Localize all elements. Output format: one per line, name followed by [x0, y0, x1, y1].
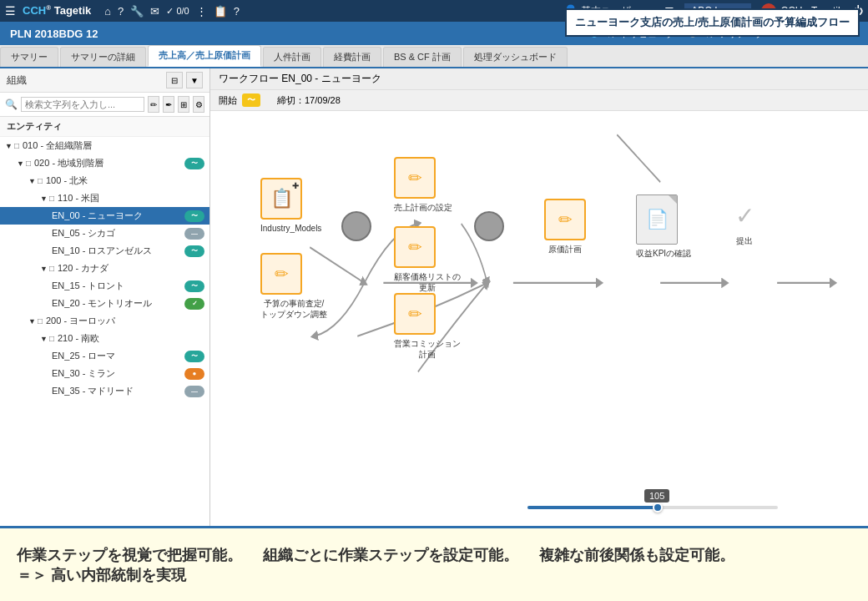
- slider-fill: [527, 506, 658, 509]
- pen-icon[interactable]: ✒: [163, 96, 174, 113]
- status-badge: ✓: [184, 298, 204, 310]
- tree-item-EN_20[interactable]: EN_20 - モントリオール✓: [0, 295, 209, 312]
- revenue-label: 収益KPIの確認: [636, 248, 691, 259]
- tree-item-200[interactable]: ▼□200 - ヨーロッパ: [0, 312, 209, 330]
- tree-item-120[interactable]: ▼□120 - カナダ: [0, 260, 209, 277]
- mail-icon[interactable]: ✉: [150, 5, 159, 18]
- folder-icon: □: [49, 264, 54, 273]
- tree-item-label: 020 - 地域別階層: [34, 157, 184, 169]
- status-badge: 〜: [184, 280, 204, 292]
- cost-plan-label: 原価計画: [544, 244, 586, 255]
- sales-plan-node[interactable]: ✏ 売上計画の設定: [394, 157, 452, 213]
- folder-icon: □: [49, 194, 54, 203]
- filter-icon[interactable]: ⊟: [166, 72, 183, 88]
- cost-plan-icon: ✏: [558, 210, 573, 230]
- tree-item-020[interactable]: ▼□020 - 地域別階層〜: [0, 154, 209, 172]
- workflow-content: 📋 ✚ Industry_Models ✏ 売上計画の設定 ✏: [210, 111, 868, 526]
- annotation-text1: 作業ステップを視覚で把握可能。: [17, 547, 242, 563]
- settings-small-icon[interactable]: ⚙: [193, 96, 204, 113]
- start-label: 開始: [219, 94, 237, 107]
- tree-item-label: EN_05 - シカゴ: [52, 227, 184, 240]
- expand-icon[interactable]: ▼: [186, 72, 203, 88]
- industry-node[interactable]: 📋 ✚ Industry_Models: [260, 178, 321, 234]
- tree-item-EN_10[interactable]: EN_10 - ロスアンゼルス〜: [0, 242, 209, 260]
- right-junction-node: [474, 211, 504, 241]
- pencil-icon[interactable]: ✏: [148, 96, 159, 113]
- info-icon[interactable]: ?: [234, 5, 240, 18]
- folder-arrow-icon: ▼: [40, 194, 48, 203]
- more-icon[interactable]: ⋮: [196, 5, 207, 18]
- tab-management[interactable]: 経費計画: [323, 47, 381, 67]
- folder-icon: □: [49, 334, 54, 343]
- tree-item-label: EN_20 - モントリオール: [52, 297, 184, 310]
- help-icon[interactable]: ?: [118, 5, 124, 18]
- entity-label: エンティティ: [0, 117, 209, 137]
- tree-item-010[interactable]: ▼□010 - 全組織階層: [0, 137, 209, 154]
- tree-item-110[interactable]: ▼□110 - 米国: [0, 189, 209, 207]
- tree-item-EN_15[interactable]: EN_15 - トロント〜: [0, 277, 209, 295]
- tree-item-EN_35[interactable]: EN_35 - マドリード—: [0, 382, 209, 400]
- budget-plan-icon: ✏: [275, 264, 289, 284]
- start-section: 開始 〜: [219, 93, 260, 107]
- submit-check-icon: ✓: [735, 202, 754, 230]
- commission-icon: ✏: [408, 304, 422, 324]
- folder-arrow-icon: ▼: [5, 142, 13, 150]
- left-panel-title: 組織: [7, 73, 163, 88]
- budget-plan-node[interactable]: ✏ 予算の事前査定/トップダウン調整: [260, 253, 327, 320]
- tab-processing[interactable]: 処理ダッシュボード: [463, 47, 568, 67]
- annotation-text2: 組織ごとに作業ステップを設定可能。: [263, 547, 518, 563]
- right-panel: ワークフロー EN_00 - ニューヨーク 開始 〜 締切：17/09/28 ニ…: [210, 68, 868, 526]
- tab-summary[interactable]: サマリー: [0, 47, 58, 67]
- tree-item-EN_25[interactable]: EN_25 - ローマ〜: [0, 347, 209, 365]
- tab-summary-detail[interactable]: サマリーの詳細: [60, 47, 146, 67]
- status-badge: —: [184, 386, 204, 397]
- task-counter[interactable]: ✓ 0/0: [166, 6, 189, 17]
- workflow-diagram: 📋 ✚ Industry_Models ✏ 売上計画の設定 ✏: [210, 111, 868, 526]
- end-section: 締切：17/09/28: [277, 94, 341, 107]
- slider-track[interactable]: [527, 506, 778, 509]
- svg-line-0: [617, 134, 660, 182]
- status-badge: 〜: [184, 351, 204, 362]
- folder-icon: □: [38, 176, 43, 185]
- search-input[interactable]: [21, 97, 144, 112]
- hamburger-icon[interactable]: ☰: [5, 4, 16, 18]
- slider-area[interactable]: 105: [527, 489, 778, 509]
- tree-item-210[interactable]: ▼□210 - 南欧: [0, 330, 209, 347]
- submit-node[interactable]: ✓ 提出: [728, 199, 761, 246]
- status-badge: —: [184, 228, 204, 240]
- tree-item-label: EN_30 - ミラン: [52, 367, 184, 380]
- main-layout: 組織 ⊟ ▼ 🔍 ✏ ✒ ⊞ ⚙ エンティティ ▼□010 - 全組織階層▼□0…: [0, 68, 868, 526]
- tree-item-EN_05[interactable]: EN_05 - シカゴ—: [0, 225, 209, 242]
- search-bar: 🔍 ✏ ✒ ⊞ ⚙: [0, 93, 209, 117]
- tree-item-EN_00[interactable]: EN_00 - ニューヨーク〜: [0, 207, 209, 225]
- settings-icon[interactable]: 🔧: [130, 5, 144, 18]
- bottom-annotation: 作業ステップを視覚で把握可能。 組織ごとに作業ステップを設定可能。 複雑な前後関…: [0, 526, 868, 601]
- tree-item-label: EN_35 - マドリード: [52, 385, 184, 397]
- tab-bar: サマリー サマリーの詳細 売上高／売上原価計画 人件計画 経費計画 BS & C…: [0, 45, 868, 68]
- slider-thumb[interactable]: [653, 503, 663, 513]
- commission-node[interactable]: ✏ 営業コミッション計画: [394, 293, 461, 360]
- tab-personnel[interactable]: 人件計画: [263, 47, 321, 67]
- folder-arrow-icon: ▼: [28, 317, 36, 326]
- layout-icon[interactable]: 📋: [214, 5, 227, 18]
- industry-label: Industry_Models: [260, 223, 321, 234]
- customer-label: 顧客価格リストの更新: [394, 271, 461, 293]
- tab-sales[interactable]: 売上高／売上原価計画: [148, 45, 261, 67]
- folder-arrow-icon: ▼: [40, 265, 48, 273]
- folder-arrow-icon: ▼: [17, 159, 24, 168]
- cost-plan-node[interactable]: ✏ 原価計画: [544, 199, 586, 255]
- revenue-node[interactable]: 📄 収益KPIの確認: [636, 194, 691, 259]
- folder-arrow-icon: ▼: [40, 335, 48, 343]
- table-icon[interactable]: ⊞: [178, 96, 189, 113]
- tab-bs-cf[interactable]: BS & CF 計画: [383, 47, 462, 67]
- tree-item-EN_30[interactable]: EN_30 - ミラン●: [0, 365, 209, 382]
- folder-arrow-icon: ▼: [28, 177, 36, 185]
- tree-item-label: 010 - 全組織階層: [23, 139, 204, 152]
- home-icon[interactable]: ⌂: [104, 5, 111, 18]
- left-panel: 組織 ⊟ ▼ 🔍 ✏ ✒ ⊞ ⚙ エンティティ ▼□010 - 全組織階層▼□0…: [0, 68, 210, 526]
- tree-item-100[interactable]: ▼□100 - 北米: [0, 172, 209, 189]
- workflow-title: ワークフロー EN_00 - ニューヨーク: [219, 72, 860, 86]
- search-magnify-icon: 🔍: [5, 98, 18, 110]
- customer-node[interactable]: ✏ 顧客価格リストの更新: [394, 226, 461, 293]
- tree-item-label: EN_25 - ローマ: [52, 350, 184, 362]
